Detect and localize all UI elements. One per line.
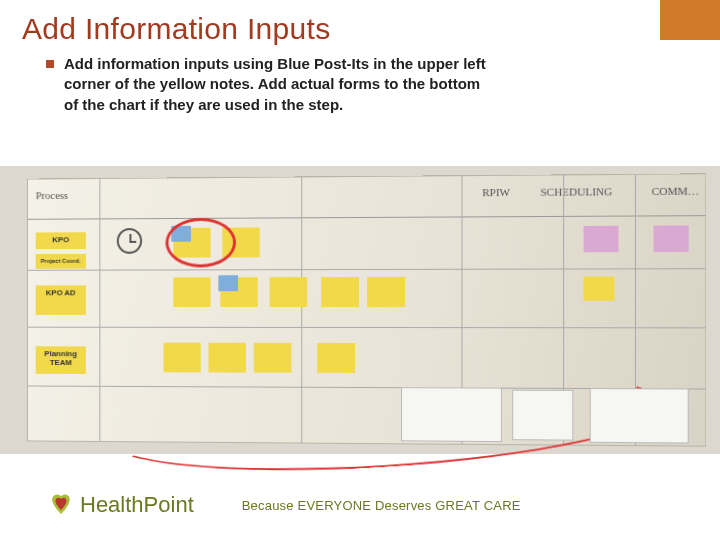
- bullet-square-icon: [46, 60, 54, 68]
- board-header-comm: COMM…: [652, 185, 699, 198]
- bullet-item: Add information inputs using Blue Post-I…: [46, 54, 660, 115]
- whiteboard: Process RPIW SCHEDULING COMM… KPO Projec…: [27, 173, 706, 446]
- sticky-note: [254, 343, 292, 373]
- blue-note: [218, 275, 238, 291]
- red-circle-annotation: [165, 218, 236, 268]
- logo-main: Health: [80, 492, 144, 517]
- sticky-note: [367, 277, 405, 307]
- whiteboard-photo: Process RPIW SCHEDULING COMM… KPO Projec…: [0, 166, 720, 454]
- form-sheet: [401, 387, 502, 442]
- sticky-note: [173, 277, 210, 307]
- sticky-note: [270, 277, 308, 307]
- row-label-kpo-ad: KPO AD: [36, 285, 86, 315]
- footer: HealthPoint Because EVERYONE Deserves GR…: [0, 470, 720, 540]
- form-sheet: [590, 388, 689, 443]
- pink-note: [654, 225, 689, 252]
- logo: HealthPoint: [48, 492, 194, 518]
- bullet-text: Add information inputs using Blue Post-I…: [64, 54, 494, 115]
- board-header-rpiw: RPIW: [482, 186, 510, 198]
- row-label-planning: Planning TEAM: [36, 346, 86, 374]
- row-label-kpo-sub: Project Coord.: [36, 254, 86, 268]
- tagline: Because EVERYONE Deserves GREAT CARE: [242, 498, 521, 513]
- logo-sub: Point: [144, 492, 194, 517]
- row-label-kpo: KPO: [36, 232, 86, 249]
- pink-note: [584, 226, 619, 253]
- sticky-note: [209, 343, 246, 373]
- sticky-note: [317, 343, 355, 373]
- bullet-list: Add information inputs using Blue Post-I…: [0, 52, 720, 123]
- board-header-process: Process: [36, 189, 68, 201]
- logo-text: HealthPoint: [80, 492, 194, 518]
- sticky-note: [321, 277, 359, 307]
- form-sheet: [512, 390, 573, 441]
- clock-icon: [117, 228, 142, 254]
- corner-accent: [660, 0, 720, 40]
- sticky-note: [164, 343, 201, 373]
- slide-title: Add Information Inputs: [0, 0, 720, 52]
- leaf-heart-icon: [48, 492, 74, 518]
- board-header-scheduling: SCHEDULING: [540, 185, 612, 198]
- sticky-note: [584, 277, 615, 301]
- red-swoosh-annotation: [103, 358, 669, 483]
